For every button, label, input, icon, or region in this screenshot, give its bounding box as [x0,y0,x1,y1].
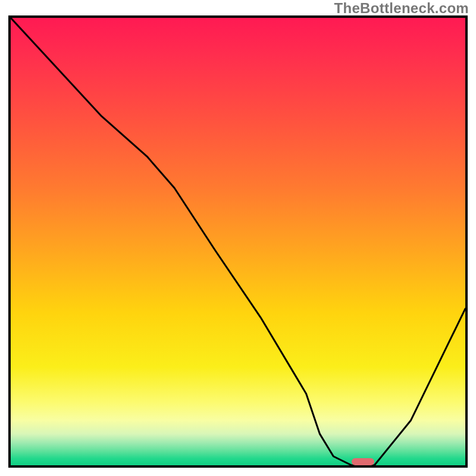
plot-frame [8,15,468,468]
curve-path [11,18,465,465]
optimal-marker [352,458,374,465]
watermark-text: TheBottleneck.com [334,0,469,17]
chart-container: TheBottleneck.com [0,0,476,476]
curve-svg [11,18,465,465]
